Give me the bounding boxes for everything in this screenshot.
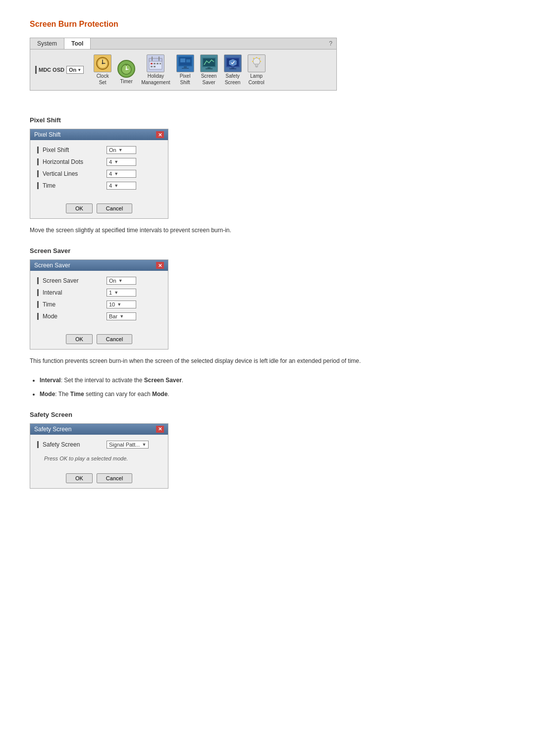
pixel-shift-ok-button[interactable]: OK [66, 203, 93, 213]
label-bar [37, 158, 39, 165]
clock-svg [95, 56, 110, 71]
pixel-shift-label-row-0: Pixel Shift [37, 147, 107, 153]
vert-lines-field-label: Vertical Lines [43, 170, 78, 177]
bullet-interval-bold: Screen Saver [144, 377, 182, 384]
screen-saver-label-text: Screen Saver [43, 277, 79, 284]
safety-screen-cancel-button[interactable]: Cancel [97, 473, 132, 483]
toolbar-item-holiday[interactable]: Holiday Management [139, 53, 172, 86]
interval-field-label: Interval [43, 289, 62, 296]
mdc-osd-dropdown[interactable]: On ▼ [66, 66, 84, 74]
pixel-shift-icon [176, 54, 194, 72]
timer-svg [119, 62, 133, 76]
svg-rect-16 [154, 63, 156, 64]
bullet-mode: Mode: The Time setting can vary for each… [40, 390, 357, 399]
tab-tool[interactable]: Tool [64, 38, 91, 49]
toolbar-item-pixel-shift[interactable]: Pixel Shift [174, 53, 196, 86]
svg-rect-35 [229, 68, 236, 69]
safety-screen-note: Press OK to play a selected mode. [37, 453, 161, 463]
lamp-control-label-2: Control [248, 80, 264, 85]
safety-screen-section: Safety Screen Safety Screen ✕ Safety Scr… [30, 411, 505, 489]
screen-saver-close-button[interactable]: ✕ [156, 262, 164, 269]
screen-saver-cancel-button[interactable]: Cancel [97, 334, 132, 344]
pixel-shift-close-button[interactable]: ✕ [156, 131, 164, 138]
svg-rect-18 [160, 63, 161, 64]
mdc-osd-arrow: ▼ [77, 68, 81, 72]
screen-saver-ok-button[interactable]: OK [66, 334, 93, 344]
lamp-control-icon [248, 54, 266, 72]
dropdown-arrow: ▼ [118, 278, 123, 283]
screen-saver-description: This function prevents screen burn-in wh… [30, 356, 367, 366]
pixel-shift-label-2: Shift [180, 80, 190, 85]
dropdown-arrow: ▼ [118, 148, 123, 152]
bullet-mode-text: : The [55, 391, 70, 398]
time-dropdown-ss[interactable]: 10 ▼ [107, 301, 136, 308]
help-button[interactable]: ? [325, 38, 336, 49]
safety-screen-close-button[interactable]: ✕ [156, 426, 164, 433]
clock-set-label-1: Clock [97, 73, 109, 79]
timer-label-1: Timer [120, 79, 133, 84]
pixel-shift-dialog: Pixel Shift ✕ Pixel Shift On ▼ Horizonta… [30, 129, 168, 219]
toolbar-item-timer[interactable]: Timer [115, 59, 137, 86]
bullet-interval: Interval: Set the interval to activate t… [40, 376, 357, 385]
pixel-shift-value-dropdown[interactable]: On ▼ [107, 146, 136, 154]
bullet-interval-text: : Set the interval to activate the [61, 377, 144, 384]
svg-rect-30 [208, 67, 211, 68]
time-dropdown-ps[interactable]: 4 ▼ [107, 182, 136, 190]
holiday-label-1: Holiday [148, 73, 164, 79]
toolbar-item-screen-saver[interactable]: Screen Saver [198, 53, 220, 86]
svg-rect-12 [149, 58, 162, 61]
tab-system[interactable]: System [30, 38, 64, 49]
mode-dropdown[interactable]: Bar ▼ [107, 312, 136, 320]
toolbar-tabs: System Tool ? [30, 38, 336, 50]
pixel-shift-svg [178, 56, 193, 71]
toolbar-item-clock-set[interactable]: Clock Set [92, 53, 113, 86]
vert-lines-dropdown[interactable]: 4 ▼ [107, 170, 136, 178]
screen-saver-value-dropdown[interactable]: On ▼ [107, 277, 136, 285]
dropdown-arrow: ▼ [114, 183, 118, 188]
bullet-mode-text2: setting can vary for each [84, 391, 152, 398]
time-value-ps: 4 [109, 183, 112, 189]
dropdown-arrow: ▼ [119, 314, 124, 319]
screen-saver-field-label: Screen Saver [37, 277, 107, 284]
pixel-shift-cancel-button[interactable]: Cancel [97, 203, 132, 213]
safety-screen-row-0: Safety Screen Signal Patt... ▼ [37, 441, 161, 449]
toolbar-item-lamp-control[interactable]: Lamp Control [246, 53, 268, 86]
dropdown-arrow: ▼ [142, 442, 146, 447]
svg-rect-24 [184, 66, 187, 68]
toolbar-item-safety-screen[interactable]: Safety Screen [222, 53, 244, 86]
mdc-osd-group: MDC OSD On ▼ [35, 66, 84, 74]
holiday-icon [147, 54, 164, 72]
toolbar-content: MDC OSD On ▼ Clock [30, 50, 336, 90]
safety-screen-ok-button[interactable]: OK [66, 473, 93, 483]
interval-value: 1 [109, 290, 112, 296]
safety-screen-footer: OK Cancel [30, 469, 168, 488]
pixel-shift-section: Pixel Shift Pixel Shift ✕ Pixel Shift On… [30, 116, 505, 235]
safety-screen-dialog-body: Safety Screen Signal Patt... ▼ Press OK … [30, 435, 168, 469]
label-bar [37, 170, 39, 177]
safety-screen-icon [224, 54, 242, 72]
screen-saver-svg [202, 56, 216, 71]
mode-value: Bar [109, 313, 117, 319]
horiz-dots-field-label: Horizontal Dots [43, 158, 83, 165]
bullet-mode-time-bold: Time [70, 391, 84, 398]
bullet-interval-rest: . [182, 377, 183, 384]
pixel-shift-dialog-body: Pixel Shift On ▼ Horizontal Dots 4 ▼ [30, 140, 168, 200]
label-bar [37, 147, 39, 153]
pixel-shift-title-bar: Pixel Shift ✕ [30, 129, 168, 140]
svg-rect-19 [151, 66, 153, 67]
holiday-label-2: Management [141, 80, 170, 85]
safety-screen-value-dropdown[interactable]: Signal Patt... ▼ [107, 441, 149, 449]
dropdown-arrow: ▼ [114, 171, 118, 176]
screen-saver-row-0: Screen Saver On ▼ [37, 277, 161, 285]
safety-screen-label-2: Screen [225, 80, 241, 85]
bullet-interval-key: Interval [40, 377, 61, 384]
screen-saver-row-3: Mode Bar ▼ [37, 312, 161, 320]
interval-dropdown[interactable]: 1 ▼ [107, 289, 136, 297]
safety-screen-svg [225, 56, 240, 71]
screen-saver-bullets: Interval: Set the interval to activate t… [40, 376, 505, 399]
svg-line-39 [259, 58, 260, 59]
label-bar [37, 277, 39, 284]
clock-icon [94, 54, 111, 72]
safety-screen-title-bar: Safety Screen ✕ [30, 424, 168, 435]
horiz-dots-dropdown[interactable]: 4 ▼ [107, 158, 136, 166]
